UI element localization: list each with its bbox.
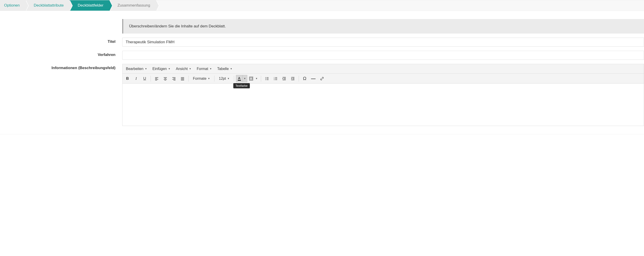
menu-table-label: Tabelle [217,67,229,71]
editor-menubar: Bearbeiten ▼ Einfügen ▼ Ansicht ▼ Format… [122,64,644,74]
bullet-list-icon [265,76,269,81]
outdent-icon [282,76,286,81]
toolbar-separator [188,76,189,82]
background-color-button[interactable]: A ▼ [248,75,259,82]
caret-down-icon: ▼ [227,77,230,80]
bold-icon: B [126,76,129,81]
info-label: Informationen (Beschreibungsfeld) [0,64,122,70]
banner-label-spacer [0,19,122,21]
wizard-step-summary[interactable]: Zusammenfassung [109,0,156,11]
numbered-list-icon: 123 [274,76,278,81]
toolbar-separator [150,76,151,82]
hr-icon: — [311,76,316,81]
wizard-step-fields[interactable]: Deckblattfelder [70,0,109,11]
info-banner-text: Überschreiben/ändern Sie die Inhalte auf… [129,24,226,28]
italic-button[interactable]: I [132,75,140,82]
tooltip: Textfarbe [233,83,250,88]
svg-text:3: 3 [274,79,275,80]
caret-down-icon: ▼ [210,68,212,70]
menu-insert[interactable]: Einfügen ▼ [150,65,173,72]
text-color-dropdown[interactable]: ▼ [243,75,247,82]
formats-label: Formate [193,76,206,81]
form: Überschreiben/ändern Sie die Inhalte auf… [0,19,644,126]
align-left-button[interactable] [152,75,161,82]
numbered-list-button[interactable]: 123 [272,75,280,82]
wizard-step-label: Optionen [4,3,20,8]
rich-text-editor: Bearbeiten ▼ Einfügen ▼ Ansicht ▼ Format… [122,64,644,126]
bold-button[interactable]: B [124,75,132,82]
svg-point-18 [265,79,266,80]
toolbar-separator [234,76,234,82]
caret-down-icon: ▼ [208,77,210,80]
menu-edit-label: Bearbeiten [126,67,143,71]
background-color-icon: A [249,76,253,81]
menu-insert-label: Einfügen [152,67,167,71]
caret-down-icon: ▼ [168,68,170,70]
align-center-button[interactable] [161,75,170,82]
wizard-step-attributes[interactable]: Deckblattattribute [26,0,70,11]
link-button[interactable] [318,75,326,82]
text-color-icon: A [238,76,241,81]
editor-content-area[interactable] [122,84,644,126]
align-left-icon [155,76,159,81]
menu-format-label: Format [197,67,208,71]
wizard-step-options[interactable]: Optionen [0,0,26,11]
procedure-label: Verfahren [0,51,122,57]
title-label: Titel [0,38,122,44]
toolbar-separator [214,76,214,82]
menu-format[interactable]: Format ▼ [194,65,214,72]
toolbar-separator [299,76,299,82]
wizard-step-label: Zusammenfassung [118,3,150,8]
special-char-button[interactable]: Ω [301,75,309,82]
editor-toolbar: B I U [122,74,644,84]
menu-edit[interactable]: Bearbeiten ▼ [124,65,150,72]
menu-view[interactable]: Ansicht ▼ [173,65,194,72]
fontsize-dropdown[interactable]: 12pt ▼ [216,75,232,82]
background-color-dropdown[interactable]: ▼ [254,75,259,82]
fontsize-label: 12pt [219,76,226,81]
toolbar-separator [261,76,261,82]
bottom-divider [0,134,644,134]
title-input[interactable] [122,38,644,47]
horizontal-rule-button[interactable]: — [309,75,318,82]
wizard-step-label: Deckblattattribute [34,3,64,8]
link-icon [320,76,324,81]
menu-table[interactable]: Tabelle ▼ [215,65,235,72]
formats-dropdown[interactable]: Formate ▼ [190,75,212,82]
bullet-list-button[interactable] [263,75,271,82]
svg-point-16 [265,77,266,78]
align-right-button[interactable] [170,75,178,82]
text-color-button[interactable]: A ▼ [236,75,247,82]
caret-down-icon: ▼ [230,68,232,70]
align-justify-icon [180,76,184,81]
omega-icon: Ω [303,76,306,81]
svg-point-17 [265,78,266,79]
tooltip-text: Textfarbe [236,84,248,88]
outdent-button[interactable] [280,75,288,82]
indent-button[interactable] [289,75,297,82]
underline-icon: U [143,76,146,81]
caret-down-icon: ▼ [145,68,147,70]
procedure-input[interactable] [122,51,644,60]
caret-down-icon: ▼ [189,68,191,70]
underline-button[interactable]: U [140,75,149,82]
align-justify-button[interactable] [178,75,186,82]
align-center-icon [163,76,167,81]
menu-view-label: Ansicht [176,67,188,71]
indent-icon [291,76,295,81]
italic-icon: I [136,76,137,81]
info-banner: Überschreiben/ändern Sie die Inhalte auf… [122,19,644,34]
wizard-step-label: Deckblattfelder [78,3,103,8]
wizard-steps: Optionen Deckblattattribute Deckblattfel… [0,0,644,11]
align-right-icon [172,76,176,81]
